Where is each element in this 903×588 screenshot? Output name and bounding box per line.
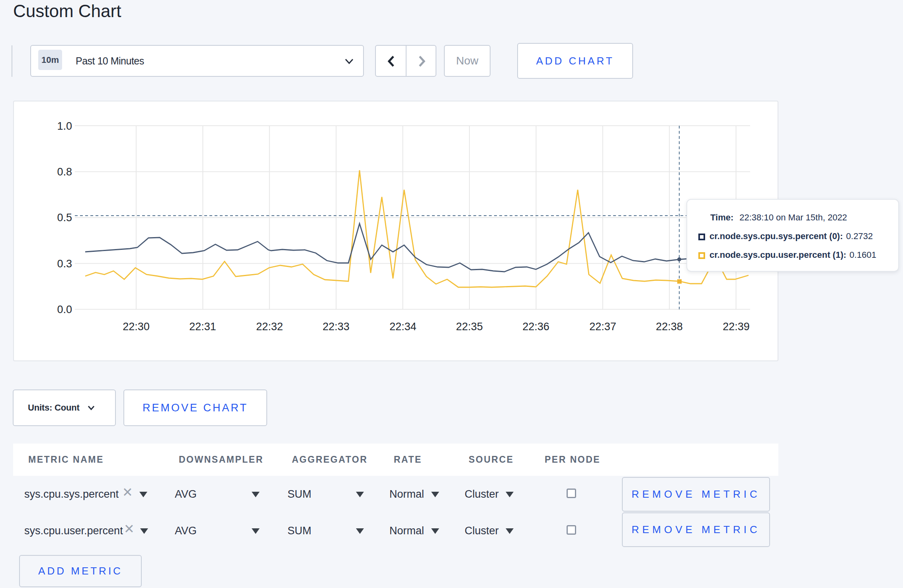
svg-text:22:39: 22:39 [723, 321, 750, 333]
svg-text:0.5: 0.5 [57, 212, 72, 224]
svg-text:22:34: 22:34 [389, 321, 416, 333]
svg-text:22:35: 22:35 [456, 321, 483, 333]
svg-text:1.0: 1.0 [57, 120, 72, 132]
svg-text:22:30: 22:30 [123, 321, 150, 333]
svg-text:22:32: 22:32 [256, 321, 283, 333]
svg-text:22:31: 22:31 [189, 321, 216, 333]
svg-text:22:36: 22:36 [522, 321, 549, 333]
svg-text:0.3: 0.3 [57, 258, 72, 270]
svg-text:22:38: 22:38 [656, 321, 683, 333]
svg-text:0.8: 0.8 [57, 166, 72, 178]
svg-text:22:37: 22:37 [589, 321, 616, 333]
svg-text:0.0: 0.0 [57, 304, 72, 315]
svg-text:22:33: 22:33 [322, 321, 350, 333]
